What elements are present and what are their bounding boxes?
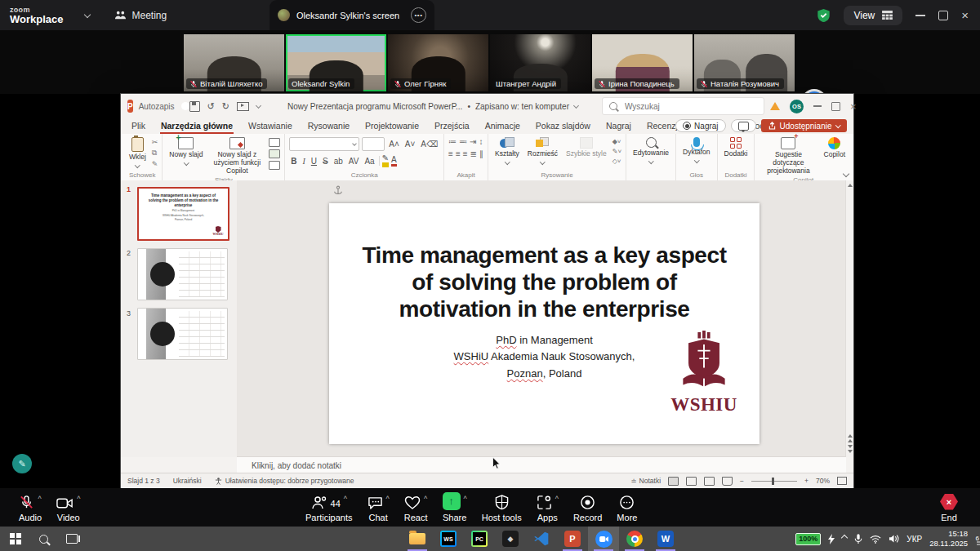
taskbar-app-powerpoint[interactable]: P [557, 527, 588, 551]
language-status[interactable]: Ukraiński [173, 477, 202, 485]
window-close-button[interactable]: × [961, 9, 969, 21]
char-spacing-button[interactable]: AV [349, 157, 359, 166]
tray-mic-icon[interactable] [854, 534, 862, 544]
tab-projektowanie[interactable]: Projektowanie [364, 119, 420, 134]
window-minimize-button[interactable] [915, 15, 925, 16]
align-right-icon[interactable]: ≡ [463, 149, 468, 158]
accessibility-status[interactable]: Ułatwienia dostępu: dobrze przygotowane [215, 477, 354, 485]
apps-chevron-icon[interactable]: ^ [555, 495, 559, 503]
ppt-minimize-button[interactable] [813, 105, 822, 107]
format-painter-icon[interactable]: ✎ [152, 160, 158, 168]
editing-button[interactable]: Edytowanie [630, 136, 671, 165]
speaker-icon[interactable] [889, 534, 899, 544]
tab-narzedzia-glowne[interactable]: Narzędzia główne [160, 119, 234, 134]
font-color-button[interactable]: A [391, 156, 397, 167]
audio-options-chevron-icon[interactable]: ^ [38, 495, 41, 503]
shape-effects-icon[interactable]: ◇˅ [612, 158, 621, 165]
taskbar-clock[interactable]: 15:18 28.11.2025 [929, 529, 968, 549]
tab-wstawianie[interactable]: Wstawianie [247, 119, 293, 134]
fit-to-window-icon[interactable] [837, 477, 847, 485]
shape-outline-icon[interactable]: ✎˅ [612, 148, 621, 155]
zoom-out-button[interactable]: − [740, 477, 744, 485]
apps-button[interactable]: ^ Apps [529, 493, 566, 522]
taskbar-search-icon[interactable] [39, 535, 48, 544]
addins-button[interactable]: Dodatki [722, 136, 751, 159]
columns-icon[interactable]: ∥ [479, 149, 483, 158]
slide-thumbnail-1[interactable]: Time management as a key aspect of solvi… [137, 187, 229, 241]
search-box[interactable] [602, 97, 764, 115]
slideshow-view-icon[interactable] [722, 477, 733, 486]
taskbar-app-pycharm[interactable]: PC [464, 527, 495, 551]
zoom-slider[interactable] [751, 481, 797, 482]
battery-indicator[interactable]: 100% [795, 533, 821, 545]
taskbar-app-word[interactable]: W [650, 527, 681, 551]
shadow-button[interactable]: ab [334, 157, 343, 166]
shapes-button[interactable]: Kształty [492, 136, 522, 166]
taskbar-app-dark[interactable]: ◆ [495, 527, 526, 551]
keyboard-language[interactable]: УКР [906, 535, 922, 544]
tab-nagraj[interactable]: Nagraj [605, 119, 632, 134]
tray-expand-chevron-icon[interactable] [841, 535, 848, 541]
video-options-chevron-icon[interactable]: ^ [77, 495, 80, 503]
slide-sorter-view-icon[interactable] [686, 477, 697, 486]
next-slide-button[interactable] [848, 445, 853, 448]
security-shield-icon[interactable] [817, 8, 831, 23]
document-title[interactable]: Nowy Prezentacja programu Microsoft Powe… [287, 102, 578, 111]
layout-icon[interactable] [269, 138, 280, 147]
taskbar-app-vscode[interactable] [526, 527, 557, 551]
host-tools-button[interactable]: Host tools [474, 493, 529, 522]
chat-button[interactable]: ^ Chat [360, 493, 397, 522]
taskbar-app-file-explorer[interactable] [402, 527, 433, 551]
grow-font-icon[interactable]: A˄ [389, 140, 399, 149]
end-meeting-button[interactable]: × End [933, 493, 965, 522]
font-size-select[interactable] [362, 137, 385, 151]
workspace-chevron-icon[interactable] [83, 11, 90, 17]
taskbar-app-webstorm[interactable]: WS [433, 527, 464, 551]
account-avatar[interactable]: OS [790, 100, 804, 113]
ppt-close-button[interactable]: × [850, 100, 857, 113]
next-slide-button[interactable] [848, 450, 853, 453]
font-name-select[interactable] [289, 137, 359, 151]
tab-pokaz-slajdow[interactable]: Pokaz slajdów [535, 119, 591, 134]
taskbar-app-chrome[interactable] [619, 527, 650, 551]
slide-title[interactable]: Time management as a key aspect of solvi… [354, 242, 735, 322]
copilot-new-slide-button[interactable]: Nowy slajd z użyciem funkcji Copilot [208, 136, 265, 176]
reset-icon[interactable] [269, 149, 280, 158]
participant-tile[interactable]: Віталій Шляхетко [184, 34, 284, 91]
notes-pane[interactable]: Kliknij, aby dodać notatki [237, 456, 846, 473]
tab-shared-screen[interactable]: Oleksandr Sylkin's screen ••• [270, 0, 434, 30]
warning-icon[interactable] [770, 102, 780, 110]
redo-icon[interactable]: ↻ [222, 101, 229, 112]
slide-thumbnail-3[interactable] [137, 308, 228, 360]
clear-format-icon[interactable]: A⌫ [421, 140, 438, 149]
paste-button[interactable]: Wklej [127, 136, 149, 169]
quick-styles-button[interactable]: Szybkie style [564, 136, 609, 159]
zoom-percent[interactable]: 70% [816, 477, 830, 485]
participant-tile[interactable]: Наталія Розумович [694, 34, 795, 91]
copy-icon[interactable]: ⧉ [152, 149, 158, 158]
participant-tile[interactable]: Штангрет Андрій [490, 34, 590, 91]
italic-button[interactable]: I [302, 157, 305, 166]
normal-view-icon[interactable] [668, 477, 679, 486]
strikethrough-button[interactable]: S [323, 157, 328, 166]
line-spacing-icon[interactable]: ↕ [479, 137, 483, 146]
comments-button[interactable] [731, 119, 756, 132]
cut-icon[interactable]: ✂ [152, 138, 158, 146]
reading-view-icon[interactable] [704, 477, 715, 486]
shrink-font-icon[interactable]: A˅ [405, 140, 416, 149]
tab-plik[interactable]: Plik [131, 119, 146, 134]
audio-button[interactable]: ^ Audio [11, 493, 49, 522]
shape-fill-icon[interactable]: ◆˅ [612, 138, 621, 145]
previous-slide-button[interactable] [848, 439, 853, 442]
zoom-in-button[interactable]: + [804, 477, 808, 485]
video-button[interactable]: ^ Video [49, 493, 87, 522]
react-button[interactable]: ^ React [397, 493, 435, 522]
tab-rysowanie[interactable]: Rysowanie [307, 119, 350, 134]
slide-thumbnail-2[interactable] [137, 248, 228, 300]
record-button[interactable]: Nagraj [675, 119, 725, 132]
scroll-up-arrow-icon[interactable] [848, 184, 853, 187]
previous-slide-button[interactable] [848, 434, 853, 438]
design-ideas-button[interactable]: Sugestie dotyczące projektowania [759, 136, 817, 176]
section-icon[interactable] [269, 161, 280, 170]
share-screen-button[interactable]: ↑ ^ Share [435, 493, 474, 522]
